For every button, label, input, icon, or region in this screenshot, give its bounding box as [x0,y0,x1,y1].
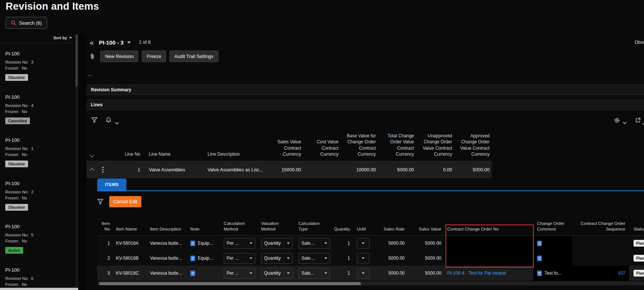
note-icon[interactable] [190,241,195,246]
note-icon[interactable] [190,271,195,276]
expand-all-icon[interactable] [89,153,94,158]
collapsed-breadcrumb[interactable]: ... [88,71,92,77]
line-sales-value: 15000.00 [270,161,303,178]
quantity-value[interactable]: 1 [331,236,354,251]
new-revision-button[interactable]: New Revision [100,51,138,62]
uom-select[interactable] [357,268,369,279]
sales-value: 5000.00 [408,236,444,251]
status-badge: Cancelled [5,117,30,124]
valuation-method-select[interactable]: Quantity [261,253,293,264]
sidebar-main-gap [78,34,86,290]
calculation-type-select[interactable]: Sale... [298,253,330,264]
line-description: Valve Assemblies as List... [206,161,270,178]
contract-change-order-no-cell[interactable] [444,236,533,251]
contract-change-order-link[interactable]: PI-100-4 - Test for Pat Ireland [447,271,506,276]
sort-by-control[interactable]: Sort by [53,34,72,41]
calculation-type-select[interactable]: Sale... [298,238,330,249]
contract-change-order-sequence-link[interactable]: 107 [618,271,625,276]
frozen-value: No [22,239,27,243]
valuation-method-select[interactable]: Quantity [261,238,293,249]
page-title: Revision and Items [6,1,99,12]
section-revision-summary[interactable]: Revision Summary [86,85,644,95]
horizontal-scrollbar-thumb[interactable] [99,282,361,285]
sales-value: 5000.00 [408,251,444,266]
section-lines[interactable]: Lines [86,100,644,110]
sidebar-item-revision-1[interactable]: PI-100 Revision No:1 Frozen:No Obsolete [5,137,70,167]
sort-by-label: Sort by [53,36,67,40]
sidebar-item-revision-6[interactable]: PI-100 Revision No:6 Frozen:No [5,267,70,288]
frozen-value: No [22,152,27,157]
filter-icon[interactable] [97,199,104,205]
comment-icon[interactable] [537,256,542,261]
calculation-type-select[interactable]: Sale... [298,268,330,279]
row-menu-icon[interactable] [98,161,108,178]
sidebar-item-revision-3[interactable]: PI-100 Revision No:3 Frozen:No Obsolete [5,51,70,81]
comment-icon[interactable] [537,241,542,246]
col-item-description: Item Description [148,219,188,235]
collapse-panel-icon[interactable] [90,39,94,46]
chevron-down-icon[interactable] [115,119,119,126]
col-quantity: Quantity [331,219,354,235]
contract-change-order-no-cell[interactable] [444,251,533,266]
export-icon[interactable] [635,117,641,125]
line-total-change-order-value: 5000.00 [378,161,416,178]
item-name: KV-58018C [113,266,148,281]
attachment-icon[interactable] [89,53,95,59]
item-row[interactable]: 1 KV-58018A Vanessa butte... Equip... Pe… [97,236,644,251]
search-button[interactable]: Search (6) [6,17,47,29]
freeze-button[interactable]: Freeze [142,51,166,62]
record-title-dropdown-icon[interactable] [127,42,131,43]
uom-select[interactable] [357,253,369,264]
record-position: 1 of 6 [139,40,150,45]
col-unapproved-value: Unapproved Change Order Value Contract C… [416,128,454,161]
item-row[interactable]: 2 KV-58018B Vanessa butte... Equip... Pe… [97,251,644,266]
line-base-value: 10000.00 [341,161,378,178]
col-sales-value: Sales Value [408,219,444,235]
calculation-method-select[interactable]: Per ... [224,253,255,264]
sidebar-scrollbar[interactable] [75,34,78,287]
uom-select[interactable] [357,238,369,249]
filter-icon[interactable] [91,117,98,125]
item-row[interactable]: 3 KV-58018C Vanessa butte... Per ... Qua… [97,266,644,281]
gear-icon[interactable] [614,117,620,125]
calculation-method-select[interactable]: Per ... [224,268,255,279]
bell-icon[interactable] [105,117,111,125]
frozen-value: No [22,109,27,114]
chevron-down-icon [69,37,72,39]
cancel-edit-button[interactable]: Cancel Edit [109,196,141,207]
sidebar-item-revision-5[interactable]: PI-100 Revision No:5 Frozen:No Active [5,224,70,254]
frozen-label: Frozen: [5,66,19,70]
horizontal-scrollbar[interactable] [97,281,644,286]
chevron-down-icon[interactable] [623,119,627,126]
record-title: PI-100 - 3 [99,39,124,46]
valuation-method-select[interactable]: Quantity [261,268,293,279]
note-icon[interactable] [190,256,195,261]
col-calculation-type: Calculation Type [295,219,331,235]
sidebar-item-revision-4[interactable]: PI-100 Revision No:4 Frozen:No Cancelled [5,94,70,124]
audit-trail-settings-button[interactable]: Audit Trail Settings [169,51,218,62]
sidebar-scrollbar-thumb[interactable] [76,34,78,87]
quantity-value[interactable]: 1 [331,266,354,281]
line-no: 1 [108,161,142,178]
item-name: KV-58018A [113,236,148,251]
comment-icon[interactable] [537,271,542,276]
revision-no-label: Revision No: [5,276,28,281]
chevron-down-icon [249,257,252,259]
main-panel: PI-100 - 3 1 of 6 Obsolete New Revision … [86,0,644,290]
sidebar-horizontal-scrollbar[interactable] [0,288,78,290]
contract-change-order-sequence [572,236,629,251]
quantity-value[interactable]: 1 [331,251,354,266]
calculation-method-select[interactable]: Per ... [224,238,255,249]
col-base-value: Base Value for Change Order Contract Cur… [341,128,378,161]
revision-no-label: Revision No: [5,146,28,151]
chevron-down-icon[interactable] [642,120,644,127]
collapse-row-icon[interactable] [86,161,98,178]
chevron-down-icon [324,272,327,274]
sidebar-item-revision-2[interactable]: PI-100 Revision No:2 Frozen:No Obsolete [5,181,70,211]
sidebar-divider [0,43,75,43]
line-row[interactable]: 1 Valve Assemblies Valve Assemblies as L… [86,161,492,178]
record-toolbar: New Revision Freeze Audit Trail Settings [86,51,222,62]
tab-items[interactable]: ITEMS [97,178,126,190]
col-item-name: Item Name [113,219,148,235]
col-valuation-method: Valuation Method [257,219,295,235]
